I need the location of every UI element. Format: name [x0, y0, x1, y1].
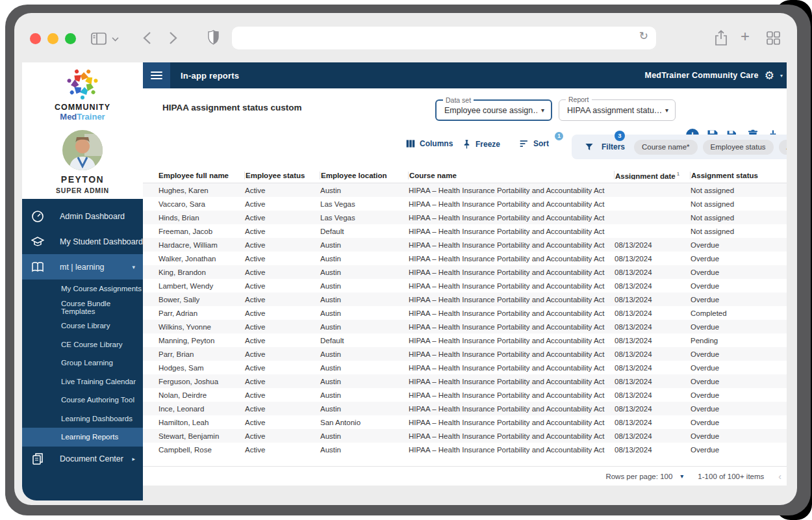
- table-row[interactable]: Campbell, RoseActiveAustinHIPAA – Health…: [143, 443, 787, 456]
- avatar[interactable]: [62, 130, 103, 170]
- share-icon[interactable]: [715, 30, 728, 46]
- sidebar-chevron-down-icon[interactable]: [112, 36, 119, 42]
- sidebar-subitem-group-learning[interactable]: Group Learning: [22, 354, 143, 372]
- user-name: PEYTON: [22, 174, 143, 185]
- table-cell: Active: [244, 323, 320, 331]
- filter-chip[interactable]: Course name*: [634, 140, 698, 155]
- sidebar-toggle-icon[interactable]: [91, 32, 107, 45]
- table-cell: Overdue: [690, 323, 787, 331]
- sidebar-subitem-my-course-assignments[interactable]: My Course Assignments: [22, 280, 143, 298]
- table-row[interactable]: Ferguson, JoshuaActiveAustinHIPAA – Heal…: [143, 374, 787, 388]
- table-row[interactable]: Ince, LeonardActiveAustinHIPAA – Health …: [143, 402, 787, 415]
- sidebar-subitem-learning-reports[interactable]: Learning Reports: [22, 428, 143, 447]
- table-row[interactable]: Hodges, SamActiveAustinHIPAA – Health In…: [143, 361, 787, 374]
- filters-button[interactable]: Filters: [602, 142, 625, 151]
- table-cell: Active: [244, 405, 320, 413]
- table-cell: HIPAA – Health Insurance Portability and…: [408, 255, 614, 263]
- column-header[interactable]: Employee location: [320, 172, 408, 179]
- column-header[interactable]: Employee full name: [143, 172, 244, 179]
- table-cell: HIPAA – Health Insurance Portability and…: [408, 364, 614, 372]
- table-cell: Active: [244, 268, 320, 276]
- sidebar-item-my-student-dashboard[interactable]: My Student Dashboard: [22, 229, 143, 254]
- table-cell: Ferguson, Joshua: [143, 378, 244, 385]
- report-select[interactable]: Report HIPAA assignment statu… ▾: [559, 99, 676, 121]
- sidebar-item-admin-dashboard[interactable]: Admin Dashboard: [22, 203, 143, 229]
- table-cell: Active: [244, 282, 320, 290]
- table-row[interactable]: Vaccaro, SaraActiveLas VegasHIPAA – Heal…: [143, 197, 787, 211]
- table-cell: Austin: [320, 446, 408, 454]
- filters-count-badge: 3: [615, 131, 625, 141]
- table-row[interactable]: Walker, JonathanActiveAustinHIPAA – Heal…: [143, 252, 787, 265]
- sidebar-subitem-course-authoring-tool[interactable]: Course Authoring Tool: [22, 391, 143, 410]
- column-header[interactable]: Course name: [408, 172, 614, 179]
- table-row[interactable]: Lambert, WendyActiveAustinHIPAA – Health…: [143, 279, 787, 292]
- column-header[interactable]: Assignment date1: [614, 171, 690, 180]
- report-label: Report: [566, 96, 592, 103]
- filter-chip[interactable]: Employee status: [703, 140, 774, 155]
- table-cell: Austin: [320, 391, 408, 399]
- column-header[interactable]: Employee status: [244, 172, 320, 179]
- previous-page-icon[interactable]: ‹: [778, 471, 781, 482]
- window-zoom-button[interactable]: [65, 33, 76, 44]
- sort-button[interactable]: Sort: [520, 139, 549, 148]
- gear-caret-icon[interactable]: ▾: [780, 73, 783, 79]
- table-cell: HIPAA – Health Insurance Portability and…: [408, 378, 614, 385]
- table-row[interactable]: Hinds, BrianActiveLas VegasHIPAA – Healt…: [143, 211, 787, 224]
- column-header[interactable]: Assignment status: [690, 172, 787, 179]
- table-cell: Austin: [320, 309, 408, 317]
- table-cell: Lambert, Wendy: [143, 282, 244, 290]
- table-row[interactable]: Bower, SallyActiveAustinHIPAA – Health I…: [143, 292, 787, 306]
- table-cell: Overdue: [690, 241, 787, 249]
- table-row[interactable]: Parr, BrianActiveAustinHIPAA – Health In…: [143, 347, 787, 361]
- table-cell: Active: [244, 378, 320, 385]
- window-minimize-button[interactable]: [47, 33, 58, 44]
- gear-icon[interactable]: ⚙: [765, 70, 774, 81]
- sidebar-subitem-course-bundle-templates[interactable]: Course Bundle Templates: [22, 298, 143, 317]
- columns-button[interactable]: Columns: [406, 139, 453, 148]
- sidebar-subitem-live-training-calendar[interactable]: Live Training Calendar: [22, 372, 143, 391]
- table-row[interactable]: Parr, AdrianActiveAustinHIPAA – Health I…: [143, 306, 787, 320]
- table-row[interactable]: Stewart, BenjaminActiveAustinHIPAA – Hea…: [143, 429, 787, 443]
- menu-button[interactable]: [143, 62, 170, 88]
- table-row[interactable]: Hardacre, WilliamActiveAustinHIPAA – Hea…: [143, 238, 787, 252]
- app-root: COMMUNITY MedTrainer PEYTON SUPE: [22, 62, 787, 500]
- reload-icon[interactable]: ↻: [639, 29, 648, 42]
- table-cell: Active: [244, 364, 320, 372]
- sort-icon: [520, 140, 529, 148]
- table-row[interactable]: Wilkins, YvonneActiveAustinHIPAA – Healt…: [143, 320, 787, 333]
- table-cell: Austin: [320, 323, 408, 331]
- table-row[interactable]: Freeman, JacobActiveDefaultHIPAA – Healt…: [143, 224, 787, 238]
- table-row[interactable]: King, BrandonActiveAustinHIPAA – Health …: [143, 265, 787, 279]
- page-title: In-app reports: [181, 71, 239, 81]
- back-icon[interactable]: [143, 31, 151, 45]
- dashboard-icon: [31, 210, 44, 223]
- report-value: HIPAA assignment statu…: [567, 106, 661, 115]
- hamburger-icon: [151, 75, 162, 76]
- table-cell: Overdue: [690, 405, 787, 413]
- sidebar-subitem-course-library[interactable]: Course Library: [22, 317, 143, 335]
- table-row[interactable]: Manning, PeytonActiveDefaultHIPAA – Heal…: [143, 333, 787, 347]
- sidebar-subitem-learning-dashboards[interactable]: Learning Dashboards: [22, 410, 143, 428]
- window-close-button[interactable]: [30, 33, 41, 44]
- sidebar-item-mt-learning[interactable]: mt | learning ▾: [22, 254, 143, 280]
- table-row[interactable]: Nolan, DeirdreActiveAustinHIPAA – Health…: [143, 388, 787, 402]
- forward-icon[interactable]: [169, 31, 177, 45]
- sidebar-subitem-ce-course-library[interactable]: CE Course Library: [22, 335, 143, 354]
- sort-order-indicator: 1: [677, 171, 679, 177]
- table-row[interactable]: Hamilton, LeahActiveSan AntonioHIPAA – H…: [143, 415, 787, 429]
- new-tab-icon[interactable]: +: [741, 27, 750, 46]
- freeze-button[interactable]: Freeze: [463, 139, 500, 149]
- shield-icon[interactable]: [207, 30, 220, 46]
- chevron-down-icon: ▾: [680, 473, 683, 480]
- dataset-label: Data set: [443, 96, 474, 104]
- tab-overview-icon[interactable]: [767, 31, 780, 45]
- dataset-select[interactable]: Data set Employee course assign… ▾: [435, 99, 552, 121]
- table-cell: Active: [244, 255, 320, 263]
- filter-chip[interactable]: Assignment date: [779, 140, 787, 155]
- table-cell: 08/13/2024: [614, 364, 690, 372]
- table-cell: Active: [244, 200, 320, 208]
- rows-per-page-select[interactable]: Rows per page: 100 ▾: [605, 473, 683, 480]
- sidebar-item-document-center[interactable]: Document Center ▸: [22, 447, 143, 472]
- table-row[interactable]: Hughes, KarenActiveAustinHIPAA – Health …: [143, 183, 787, 197]
- url-bar[interactable]: ↻: [232, 27, 656, 49]
